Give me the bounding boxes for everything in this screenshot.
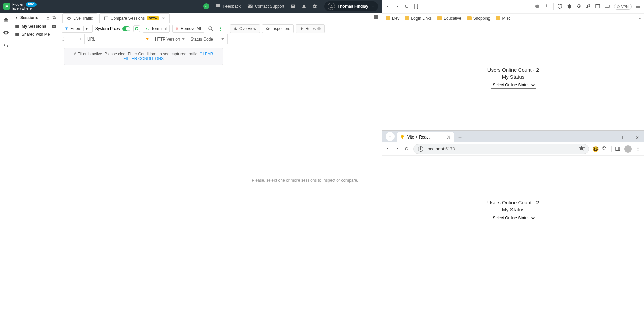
home-icon[interactable] — [3, 17, 9, 23]
tab-label: Live Traffic — [73, 16, 93, 21]
column-url[interactable]: URL — [85, 34, 152, 44]
main-area: Live Traffic Compare Sessions BETA ✕ Fil… — [59, 13, 382, 326]
more-icon[interactable] — [635, 146, 641, 152]
shield-icon[interactable] — [557, 4, 563, 10]
bookmark-folder-shopping[interactable]: Shopping — [467, 16, 491, 21]
bookmark-folder-educative[interactable]: Educative — [437, 16, 461, 21]
tab-rules[interactable]: Rules — [296, 24, 325, 33]
compare-icon[interactable] — [3, 43, 9, 49]
tab-live-traffic[interactable]: Live Traffic — [62, 13, 97, 23]
eye-icon[interactable] — [3, 30, 9, 36]
compare-icon — [104, 16, 109, 21]
music-icon[interactable] — [586, 4, 592, 10]
sidebar-item-label: Shared with Me — [22, 32, 50, 37]
toggle-label: System Proxy — [95, 26, 120, 31]
terminal-button[interactable]: Terminal — [143, 25, 170, 33]
svg-rect-4 — [605, 5, 609, 8]
fiddler-body: ▼ Sessions My Sessions Shared with Me Li… — [0, 13, 382, 326]
x-icon: ✕ — [175, 26, 179, 31]
close-icon[interactable]: ✕ — [447, 134, 451, 140]
emoji-extension-icon[interactable]: 🤓 — [592, 146, 598, 152]
column-http-version[interactable]: HTTP Version — [152, 34, 188, 44]
filter-active-icon — [146, 37, 149, 41]
chrome-tab-vite[interactable]: Vite + React ✕ — [397, 132, 454, 142]
hamburger-icon[interactable] — [635, 4, 641, 10]
chrome-toolbar: i localhost:5173 🤓 — [382, 142, 644, 156]
omnibox[interactable]: i localhost:5173 — [413, 144, 589, 154]
icon-rail — [0, 13, 12, 326]
tab-search-icon[interactable] — [386, 132, 395, 141]
sidebar-item-shared[interactable]: Shared with Me — [12, 30, 59, 39]
close-icon[interactable]: ✕ — [162, 16, 165, 21]
window-controls: — ☐ ✕ — [603, 133, 644, 142]
sidebar-icon[interactable] — [595, 4, 601, 10]
column-hash[interactable]: # ↑ — [59, 34, 85, 44]
site-info-icon[interactable]: i — [418, 146, 423, 152]
new-tab-icon[interactable]: + — [455, 133, 465, 142]
feedback-button[interactable]: Feedback — [215, 4, 241, 9]
button-label: Filters — [70, 26, 81, 31]
forward-icon[interactable] — [395, 146, 401, 152]
tab-inspectors[interactable]: Inspectors — [262, 24, 294, 33]
forward-icon[interactable] — [395, 4, 401, 10]
column-status-code[interactable]: Status Code — [188, 34, 228, 44]
capture-button[interactable] — [133, 25, 140, 32]
collapse-arrow-icon: ▼ — [15, 16, 18, 19]
filters-dropdown-icon[interactable]: ▾ — [83, 26, 90, 31]
contact-support-button[interactable]: Contact Support — [247, 4, 284, 9]
status-check-icon[interactable] — [203, 3, 209, 9]
layout-toggle-icon[interactable] — [373, 14, 380, 21]
minimize-icon[interactable]: — — [603, 133, 617, 142]
bookmark-icon[interactable] — [413, 4, 420, 10]
svg-point-6 — [638, 148, 639, 149]
extensions-icon[interactable] — [602, 146, 608, 152]
help-icon[interactable] — [290, 4, 296, 9]
bolt-icon — [300, 27, 304, 31]
profile-icon[interactable] — [534, 4, 541, 10]
bookmark-folder-misc[interactable]: Misc — [496, 16, 510, 21]
import-icon[interactable] — [46, 15, 50, 20]
status-select[interactable]: Select Online Status — [491, 215, 536, 221]
sidepanel-icon[interactable] — [615, 146, 621, 152]
back-icon[interactable] — [385, 4, 391, 10]
browsers-column: VPN Dev Login Links Educative Shopping M… — [382, 0, 644, 326]
bookmark-folder-login-links[interactable]: Login Links — [405, 16, 432, 21]
share-icon[interactable] — [544, 4, 550, 10]
reload-icon[interactable] — [404, 4, 410, 10]
more-icon[interactable] — [218, 26, 223, 31]
more-bookmarks-icon[interactable]: » — [638, 16, 641, 21]
filters-button[interactable]: Filters ▾ — [62, 25, 93, 33]
system-proxy-toggle[interactable]: System Proxy — [95, 26, 130, 31]
gear-icon[interactable] — [312, 4, 317, 9]
reload-icon[interactable] — [404, 146, 410, 152]
bookmark-star-icon[interactable] — [579, 146, 585, 152]
folder-icon — [467, 16, 472, 20]
bell-icon[interactable] — [301, 4, 307, 9]
profile-avatar-icon[interactable] — [624, 145, 632, 153]
brave-icon[interactable] — [567, 4, 573, 10]
chart-icon — [234, 27, 238, 31]
filter-icon — [182, 37, 185, 41]
tab-compare-sessions[interactable]: Compare Sessions BETA ✕ — [99, 13, 170, 23]
user-menu[interactable]: Thomas Findlay — [324, 1, 378, 11]
add-folder-icon[interactable] — [52, 24, 56, 29]
maximize-icon[interactable]: ☐ — [617, 133, 630, 142]
filter-icon — [65, 27, 69, 31]
extensions-icon[interactable] — [576, 4, 582, 10]
status-select[interactable]: Select Online Status — [491, 82, 536, 89]
sidebar-header[interactable]: ▼ Sessions — [12, 13, 59, 22]
logo[interactable]: F Fiddler PRO Everywhere — [3, 2, 37, 10]
my-status-label: My Status — [502, 74, 525, 80]
sessions-pane: Filters ▾ System Proxy Terminal — [59, 23, 228, 326]
bookmark-folder-dev[interactable]: Dev — [386, 16, 399, 21]
search-icon[interactable] — [208, 26, 213, 31]
sidebar-item-my-sessions[interactable]: My Sessions — [12, 22, 59, 30]
wallet-icon[interactable] — [604, 4, 611, 10]
vpn-button[interactable]: VPN — [614, 4, 632, 10]
close-window-icon[interactable]: ✕ — [630, 133, 644, 142]
tab-overview[interactable]: Overview — [230, 24, 260, 33]
back-icon[interactable] — [385, 146, 391, 152]
share-icon[interactable] — [52, 15, 56, 20]
chrome-tabstrip: Vite + React ✕ + — ☐ ✕ — [382, 131, 644, 142]
remove-all-button[interactable]: ✕ Remove All — [172, 25, 204, 33]
